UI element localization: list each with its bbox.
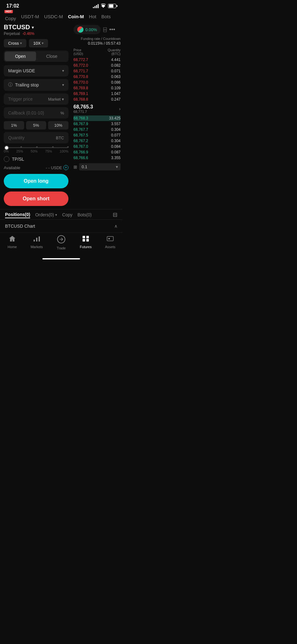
callback-field[interactable]: Callback (0.01-10) % [4, 107, 68, 119]
top-right-controls: 0.00% ⌸ ••• [73, 25, 121, 34]
table-row: 68,772.74.441 [73, 57, 121, 63]
candle-chart-icon[interactable]: ⌸ [103, 26, 107, 33]
symbol-change: -0.46% [22, 31, 34, 36]
history-icon[interactable]: ⊟ [113, 211, 117, 218]
tab-orders[interactable]: Orders(0) ▾ [35, 211, 57, 218]
tab-bots[interactable]: Bots(0) [78, 211, 92, 218]
nav-futures[interactable]: Futures [73, 235, 98, 250]
mid-price-arrow-icon[interactable]: › [119, 106, 121, 111]
table-row: 68,767.50.077 [73, 132, 121, 138]
depth-arrow-icon: ▾ [116, 164, 118, 169]
chart-collapse-icon[interactable]: ∧ [114, 224, 117, 229]
tab-copy[interactable]: Copy [62, 211, 73, 218]
nav-item-usdt-m[interactable]: USDT-M [21, 14, 39, 19]
nav-markets[interactable]: Markets [24, 235, 49, 250]
nav-trade[interactable]: Trade [49, 235, 73, 250]
nav-item-hot[interactable]: Hot [89, 14, 96, 19]
mid-price-sub: 68,771.7 [73, 110, 93, 114]
order-type-dropdown[interactable]: ⓘ Trailing stop ▾ [4, 79, 68, 91]
svg-rect-1 [36, 238, 37, 242]
table-row: 68,766.90.087 [73, 149, 121, 155]
leverage-arrow-icon: ▾ [42, 41, 44, 45]
close-tab[interactable]: Close [36, 52, 68, 61]
tpsl-checkbox[interactable] [4, 156, 9, 162]
quantity-slider[interactable] [4, 146, 68, 148]
info-icon[interactable]: ⓘ [8, 82, 13, 88]
right-panel: 0.00% ⌸ ••• Funding rate / Countdown 0.0… [72, 24, 122, 209]
open-long-button[interactable]: Open long [4, 174, 68, 188]
chart-label: BTCUSD Chart [5, 224, 35, 229]
slider-thumb[interactable] [4, 146, 9, 150]
markets-icon [33, 235, 40, 244]
depth-selector[interactable]: 0.1 ▾ [79, 163, 121, 170]
add-funds-icon[interactable]: + [63, 165, 68, 170]
table-row: 68,771.70.071 [73, 68, 121, 74]
pct-pill-value: 0.00% [85, 27, 97, 32]
wifi-icon [100, 3, 106, 9]
slider-0: 0% [4, 149, 9, 153]
home-indicator-bar [42, 258, 80, 259]
ob-qty-unit: (BTC) [108, 52, 121, 56]
more-options-icon[interactable]: ••• [109, 26, 115, 33]
table-row: 68,769.80.109 [73, 85, 121, 91]
pct-btn-1[interactable]: 1% [4, 121, 24, 130]
pct-btn-5[interactable]: 5% [26, 121, 46, 130]
futures-icon [82, 235, 89, 244]
margin-type-label: Margin USDE [8, 68, 35, 73]
symbol-sub: Perpetual -0.46% [4, 31, 68, 36]
svg-rect-0 [34, 240, 35, 242]
nav-item-coin-m[interactable]: Coin-M [68, 14, 84, 19]
battery-icon [108, 4, 116, 8]
pct-pill-icon [77, 26, 84, 33]
svg-rect-2 [39, 236, 40, 242]
leverage-selector[interactable]: 10X ▾ [29, 39, 48, 47]
margin-selector[interactable]: Cross ▾ [4, 39, 26, 47]
tab-positions[interactable]: Positions(0) [5, 211, 30, 218]
nav-assets[interactable]: Assets [98, 235, 122, 250]
trigger-market-badge[interactable]: Market ▾ [48, 97, 64, 102]
mid-price: 68,765.3 [73, 104, 93, 110]
open-short-button[interactable]: Open short [4, 192, 68, 206]
symbol-header: BTCUSD ▾ [4, 24, 68, 31]
slider-100: 100% [60, 149, 68, 153]
selector-row: Cross ▾ 10X ▾ [4, 39, 68, 47]
table-row: 68,767.20.304 [73, 138, 121, 144]
svg-rect-8 [107, 236, 113, 241]
table-row: 68,772.00.082 [73, 63, 121, 68]
signal-bars-icon [93, 4, 99, 8]
position-tabs: Positions(0) Orders(0) ▾ Copy Bots(0) ⊟ [0, 209, 122, 219]
open-close-tabs: Open Close [4, 51, 68, 62]
nav-item-copy[interactable]: HOT Copy [5, 12, 16, 21]
home-icon [8, 235, 16, 244]
available-label: Available [4, 165, 20, 170]
svg-rect-6 [83, 239, 85, 242]
ob-price-unit: (USD) [73, 52, 83, 56]
slider-50: 50% [31, 149, 38, 153]
symbol-name[interactable]: BTCUSD [4, 24, 30, 31]
nav-home[interactable]: Home [0, 235, 24, 250]
pct-btn-10[interactable]: 10% [48, 121, 68, 130]
callback-placeholder: Callback (0.01-10) [8, 110, 44, 115]
ob-price-header: Price [73, 48, 83, 52]
quantity-field[interactable]: Quantity BTC [4, 132, 68, 143]
nav-item-usdc-m[interactable]: USDC-M [44, 14, 63, 19]
margin-arrow-icon: ▾ [20, 41, 22, 45]
tpsl-row: TP/SL [4, 156, 68, 162]
order-type-label: Trailing stop [15, 82, 39, 87]
svg-rect-9 [108, 238, 110, 239]
depth-row: ⊞ 0.1 ▾ [73, 162, 121, 172]
symbol-dropdown-arrow[interactable]: ▾ [32, 25, 34, 30]
quantity-placeholder: Quantity [8, 135, 24, 140]
orders-arrow-icon: ▾ [55, 213, 57, 217]
status-bar: 17:02 [0, 0, 122, 10]
nav-item-bots[interactable]: Bots [101, 14, 111, 19]
trade-icon [57, 235, 65, 245]
open-tab[interactable]: Open [5, 52, 36, 61]
pct-buttons-row: 1% 5% 10% [4, 121, 68, 130]
svg-rect-7 [86, 239, 89, 242]
trigger-price-field[interactable]: Trigger price Market ▾ [4, 93, 68, 105]
pct-pill[interactable]: 0.00% [73, 25, 101, 34]
mid-price-row[interactable]: 68,765.3 68,771.7 › [73, 103, 121, 115]
svg-rect-5 [86, 236, 89, 238]
margin-type-dropdown[interactable]: Margin USDE ▾ [4, 65, 68, 76]
